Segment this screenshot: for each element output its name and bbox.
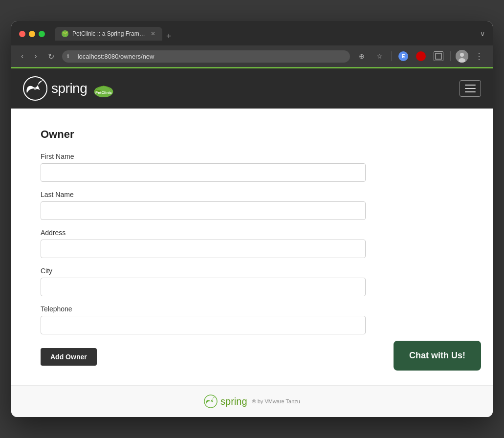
footer-spring-text: spring [220, 396, 247, 407]
browser-chrome: 🌱 PetClinic :: a Spring Framewo... ✕ + ∨… [11, 21, 493, 68]
extension3-icon [434, 51, 443, 61]
tab-favicon-icon: 🌱 [62, 30, 68, 37]
hamburger-line-3 [465, 91, 476, 92]
svg-point-5 [460, 53, 464, 57]
hamburger-menu-button[interactable] [460, 80, 481, 97]
svg-point-8 [34, 87, 37, 90]
maximize-traffic-light[interactable] [39, 31, 45, 37]
telephone-label: Telephone [41, 305, 463, 313]
svg-point-2 [417, 53, 424, 60]
address-bar-input[interactable] [62, 50, 350, 63]
close-traffic-light[interactable] [19, 31, 25, 37]
lock-icon: ℹ [67, 53, 69, 60]
spring-navbar: spring PetClinic [11, 68, 493, 109]
last-name-input[interactable] [41, 201, 366, 220]
last-name-label: Last Name [41, 191, 463, 198]
toolbar-divider-2 [450, 51, 451, 61]
first-name-group: First Name [41, 153, 463, 182]
telephone-group: Telephone [41, 305, 463, 334]
chat-widget-button[interactable]: Chat with Us! [394, 341, 481, 371]
hamburger-line-2 [465, 88, 476, 89]
zoom-button[interactable]: ⊕ [355, 49, 369, 63]
bookmark-button[interactable]: ☆ [373, 49, 386, 63]
back-button[interactable]: ‹ [18, 50, 26, 63]
active-tab[interactable]: 🌱 PetClinic :: a Spring Framewo... ✕ [55, 27, 162, 41]
telephone-input[interactable] [41, 316, 366, 334]
tab-close-icon[interactable]: ✕ [151, 30, 155, 37]
svg-text:E: E [402, 54, 405, 59]
hamburger-line-1 [465, 85, 476, 86]
new-tab-button[interactable]: + [162, 32, 175, 41]
city-input[interactable] [41, 278, 366, 296]
petclinic-badge-icon: PetClinic [93, 78, 114, 99]
extension3-button[interactable] [432, 49, 445, 63]
svg-rect-3 [436, 53, 441, 59]
footer-logo: spring ® by VMware Tanzu [204, 394, 300, 408]
owner-form: First Name Last Name Address City Teleph… [41, 153, 463, 366]
tab-title: PetClinic :: a Spring Framewo... [72, 30, 147, 37]
spring-logo-text: spring [51, 81, 87, 96]
forward-button[interactable]: › [31, 50, 40, 63]
title-bar: 🌱 PetClinic :: a Spring Framewo... ✕ + ∨ [11, 21, 493, 45]
profile-avatar[interactable] [456, 50, 468, 63]
window-controls-icon[interactable]: ∨ [480, 30, 485, 38]
add-owner-button[interactable]: Add Owner [41, 348, 97, 366]
page-content: Owner First Name Last Name Address City [11, 109, 493, 385]
extension2-icon [416, 51, 426, 61]
extension2-button[interactable] [414, 49, 428, 63]
browser-window: 🌱 PetClinic :: a Spring Framewo... ✕ + ∨… [11, 21, 493, 417]
extension1-button[interactable]: E [396, 49, 410, 63]
chat-widget-label: Chat with Us! [409, 350, 465, 360]
address-input[interactable] [41, 240, 366, 258]
refresh-button[interactable]: ↻ [45, 50, 57, 63]
footer-spring-leaf-icon [204, 394, 218, 408]
bookmark-icon: ☆ [376, 52, 383, 60]
last-name-group: Last Name [41, 191, 463, 220]
address-bar-wrapper: ℹ [62, 50, 350, 63]
footer-byline: ® by VMware Tanzu [252, 398, 300, 404]
spring-logo: spring PetClinic [23, 76, 114, 101]
extension1-icon: E [398, 51, 408, 61]
address-group: Address [41, 229, 463, 258]
more-options-icon: ⋮ [475, 51, 483, 62]
browser-toolbar: ‹ › ↻ ℹ ⊕ ☆ E [11, 45, 493, 68]
zoom-icon: ⊕ [359, 52, 365, 60]
first-name-input[interactable] [41, 163, 366, 182]
minimize-traffic-light[interactable] [29, 31, 35, 37]
form-title: Owner [41, 128, 463, 141]
spring-footer: spring ® by VMware Tanzu [11, 385, 493, 417]
more-options-button[interactable]: ⋮ [472, 49, 486, 63]
toolbar-icons: ⊕ ☆ E [355, 49, 486, 63]
browser-tabs: 🌱 PetClinic :: a Spring Framewo... ✕ + [55, 27, 460, 41]
first-name-label: First Name [41, 153, 463, 160]
address-label: Address [41, 229, 463, 237]
traffic-lights [19, 31, 45, 37]
city-label: City [41, 267, 463, 275]
city-group: City [41, 267, 463, 296]
toolbar-divider [391, 51, 392, 61]
spring-leaf-icon [23, 76, 47, 101]
svg-text:PetClinic: PetClinic [95, 90, 112, 95]
